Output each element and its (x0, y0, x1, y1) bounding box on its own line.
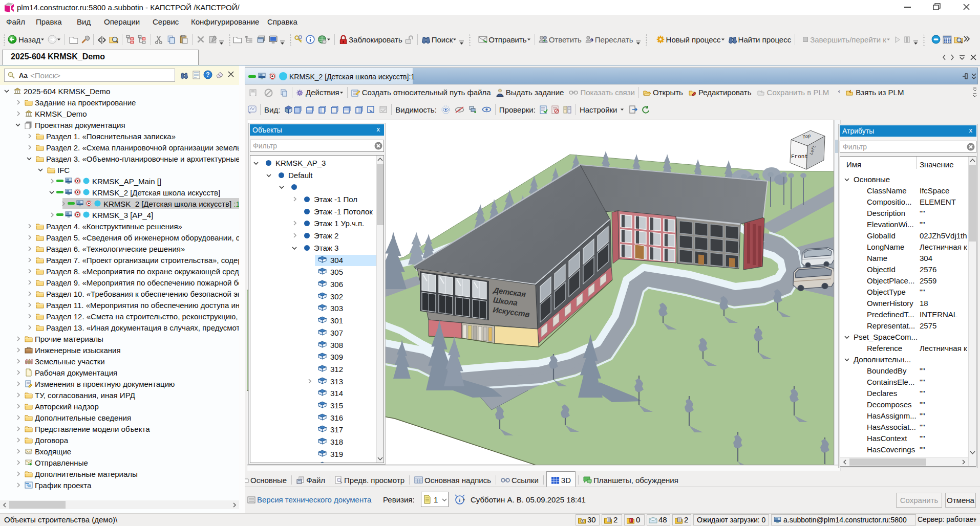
svg-text:Front: Front (791, 154, 808, 160)
